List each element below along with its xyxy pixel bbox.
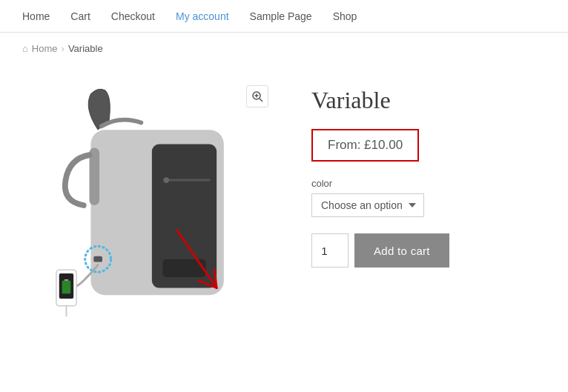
variation-label: color — [311, 178, 546, 189]
zoom-icon[interactable] — [246, 85, 268, 107]
product-info-section: Variable From: £10.00 color Choose an op… — [311, 79, 546, 268]
color-select[interactable]: Choose an option — [311, 193, 424, 217]
add-to-cart-row: Add to cart — [311, 233, 546, 268]
svg-rect-9 — [93, 256, 102, 262]
svg-point-18 — [163, 177, 169, 183]
quantity-input[interactable] — [311, 233, 349, 268]
product-title: Variable — [311, 87, 546, 114]
nav-checkout[interactable]: Checkout — [111, 10, 155, 22]
main-navigation: Home Cart Checkout My account Sample Pag… — [0, 0, 568, 33]
breadcrumb-home-link[interactable]: Home — [32, 43, 58, 54]
product-image-box — [22, 79, 274, 331]
nav-home[interactable]: Home — [22, 10, 50, 22]
breadcrumb-current: Variable — [68, 43, 103, 54]
product-image-section — [22, 79, 274, 331]
nav-my-account[interactable]: My account — [176, 10, 229, 22]
variation-select-wrap: Choose an option — [311, 193, 546, 217]
svg-line-1 — [260, 99, 262, 102]
product-image — [37, 87, 260, 324]
breadcrumb-separator: › — [62, 43, 65, 54]
home-icon: ⌂ — [22, 43, 28, 54]
breadcrumb: ⌂ Home › Variable — [0, 33, 568, 64]
price-label: From: £10.00 — [328, 138, 403, 152]
nav-sample-page[interactable]: Sample Page — [250, 10, 312, 22]
nav-cart[interactable]: Cart — [70, 10, 90, 22]
svg-rect-13 — [65, 279, 69, 281]
add-to-cart-button[interactable]: Add to cart — [354, 233, 449, 268]
svg-rect-12 — [62, 281, 71, 293]
product-layout: Variable From: £10.00 color Choose an op… — [0, 64, 568, 361]
nav-shop[interactable]: Shop — [333, 10, 357, 22]
price-box: From: £10.00 — [311, 129, 419, 162]
